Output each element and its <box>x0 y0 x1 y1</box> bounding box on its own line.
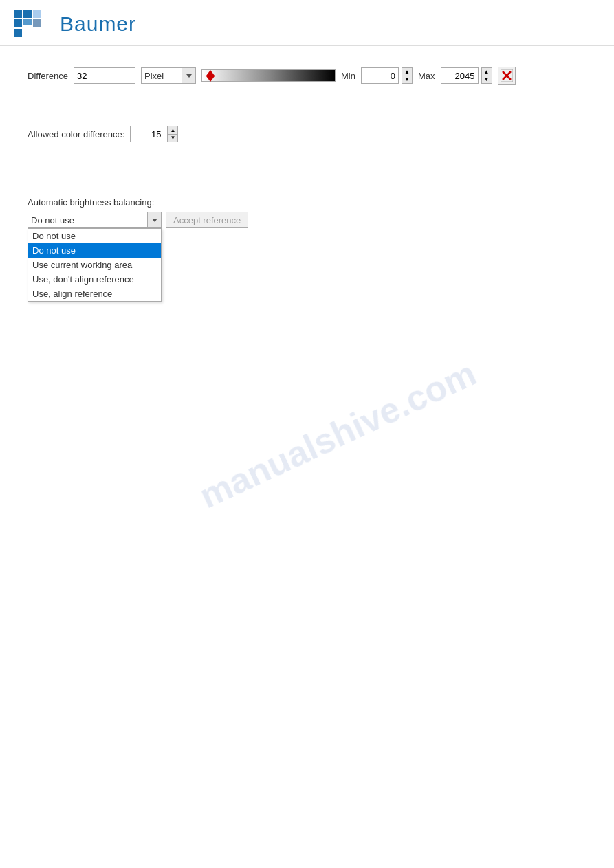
difference-label: Difference <box>28 71 68 81</box>
svg-rect-1 <box>23 10 32 18</box>
dropdown-item-do-not-use-selected[interactable]: Do not use <box>28 243 161 258</box>
pixel-dropdown-text: Pixel <box>142 71 182 81</box>
pixel-unit-wrapper: Pixel <box>141 67 196 84</box>
max-label: Max <box>418 71 435 81</box>
max-spinner-up[interactable]: ▲ <box>481 67 492 76</box>
brightness-dropdown-wrapper: Do not use Do not use Do not use Use cur… <box>28 212 162 228</box>
baumer-logo-icon <box>14 10 52 38</box>
max-spinner-group: ▲ ▼ <box>441 67 492 84</box>
brightness-dropdown[interactable]: Do not use <box>28 212 162 228</box>
dropdown-item-align-reference[interactable]: Use, align reference <box>28 287 161 301</box>
handle-arrow-down-icon <box>206 76 215 82</box>
handle-arrow-up-icon <box>206 70 215 76</box>
header: Baumer <box>0 0 614 46</box>
brightness-label: Automatic brightness balancing: <box>28 197 586 208</box>
dropdown-item-do-not-use[interactable]: Do not use <box>28 229 161 243</box>
accept-reference-button[interactable]: Accept reference <box>166 212 248 228</box>
max-spinner-buttons: ▲ ▼ <box>481 67 492 84</box>
color-diff-section: Allowed color difference: ▲ ▼ <box>28 126 586 142</box>
svg-rect-2 <box>14 19 22 27</box>
pixel-dropdown-arrow[interactable] <box>182 68 195 83</box>
svg-rect-6 <box>33 19 41 27</box>
color-diff-spinner-buttons: ▲ ▼ <box>167 126 178 142</box>
max-spinner-down[interactable]: ▼ <box>481 76 492 84</box>
difference-input[interactable] <box>74 67 135 84</box>
brightness-row: Do not use Do not use Do not use Use cur… <box>28 212 586 228</box>
color-diff-row: Allowed color difference: ▲ ▼ <box>28 126 586 142</box>
color-diff-label: Allowed color difference: <box>28 129 124 140</box>
brightness-dropdown-text: Do not use <box>28 215 147 225</box>
color-diff-spinner-down[interactable]: ▼ <box>167 134 178 142</box>
toolbar-row: Difference Pixel Min <box>28 67 586 85</box>
brightness-dropdown-list: Do not use Do not use Use current workin… <box>28 228 162 302</box>
pixel-dropdown[interactable]: Pixel <box>141 67 196 84</box>
min-spinner-buttons: ▲ ▼ <box>402 67 413 84</box>
logo-svg <box>14 10 52 38</box>
color-diff-spinner-group: ▲ ▼ <box>130 126 178 142</box>
brightness-section: Automatic brightness balancing: Do not u… <box>28 197 586 228</box>
brightness-dropdown-arrow[interactable] <box>147 212 161 227</box>
chevron-down-icon <box>152 219 157 222</box>
svg-rect-4 <box>33 10 41 18</box>
reset-button[interactable] <box>498 67 516 85</box>
min-label: Min <box>341 71 355 81</box>
min-spinner-group: ▲ ▼ <box>361 67 413 84</box>
svg-rect-3 <box>23 19 32 25</box>
logo-title: Baumer <box>60 12 136 36</box>
slider-handle[interactable] <box>205 69 216 82</box>
color-diff-input[interactable] <box>130 126 164 142</box>
main-content: Difference Pixel Min <box>0 46 614 242</box>
x-icon <box>501 69 513 82</box>
watermark: manualshive.com <box>193 352 483 516</box>
max-input[interactable] <box>441 67 479 84</box>
gradient-slider-container <box>201 67 336 84</box>
footer-line <box>0 847 614 847</box>
svg-rect-0 <box>14 10 22 18</box>
min-spinner-down[interactable]: ▼ <box>402 76 413 84</box>
min-input[interactable] <box>361 67 399 84</box>
svg-rect-5 <box>14 29 22 37</box>
dropdown-item-dont-align-reference[interactable]: Use, don't align reference <box>28 272 161 287</box>
color-diff-spinner-up[interactable]: ▲ <box>167 126 178 134</box>
dropdown-item-current-working-area[interactable]: Use current working area <box>28 258 161 272</box>
chevron-down-icon <box>186 74 192 78</box>
gradient-slider-track <box>201 69 336 82</box>
min-spinner-up[interactable]: ▲ <box>402 67 413 76</box>
